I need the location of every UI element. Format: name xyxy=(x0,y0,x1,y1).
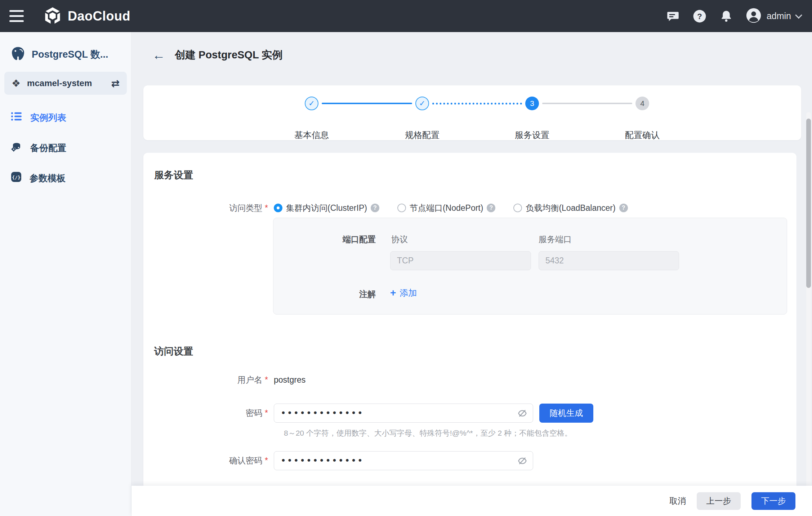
service-port-label: 服务端口 xyxy=(539,234,572,245)
confirm-password-row: 确认密码 * xyxy=(154,451,533,470)
brand-name: DaoCloud xyxy=(68,9,130,24)
help-icon[interactable]: ? xyxy=(619,204,628,212)
radio-unselected-icon[interactable] xyxy=(397,204,406,212)
code-braces-icon: {/} xyxy=(11,172,22,184)
footer-actions: 取消 上一步 下一步 xyxy=(131,486,812,516)
radio-selected-icon[interactable] xyxy=(274,204,282,212)
svg-text:?: ? xyxy=(697,12,702,21)
topbar: DaoCloud ? xyxy=(0,0,812,32)
radio-loadbalancer[interactable]: 负载均衡(LoadBalancer) ? xyxy=(513,203,628,214)
protocol-input[interactable] xyxy=(390,251,531,270)
step-1-circle: ✓ xyxy=(305,97,318,110)
step-4-label: 配置确认 xyxy=(606,129,678,141)
password-label: 密码 xyxy=(246,408,262,419)
password-input[interactable] xyxy=(274,404,533,423)
scrollbar-thumb[interactable] xyxy=(806,119,811,288)
step-1-label: 基本信息 xyxy=(276,129,348,141)
sidebar-app-header: PostgreSQL 数... xyxy=(0,32,131,64)
username-label: 用户名 xyxy=(237,374,262,386)
username-row: 用户名 * postgres xyxy=(154,372,305,388)
eye-off-icon[interactable] xyxy=(517,456,527,466)
main-area: ← 创建 PostgreSQL 实例 ✓ ✓ 3 4 基本信息 规格配置 服务设… xyxy=(131,32,812,516)
user-menu[interactable]: admin xyxy=(746,8,801,25)
username-label: admin xyxy=(767,11,791,21)
postgresql-logo-icon xyxy=(9,45,27,64)
protocol-label: 协议 xyxy=(391,234,408,245)
notifications-bell-icon[interactable] xyxy=(719,9,733,23)
help-icon[interactable]: ? xyxy=(487,204,495,212)
sidebar-item-label: 备份配置 xyxy=(30,142,66,154)
sidebar-item-instance-list[interactable]: 实例列表 xyxy=(0,106,131,129)
sidebar-app-title: PostgreSQL 数... xyxy=(32,48,108,61)
service-settings-heading: 服务设置 xyxy=(154,169,193,182)
cancel-button[interactable]: 取消 xyxy=(669,495,686,507)
back-arrow-icon[interactable]: ← xyxy=(152,49,165,62)
stepper-card: ✓ ✓ 3 4 基本信息 规格配置 服务设置 配置确认 xyxy=(143,85,801,140)
step-2-circle: ✓ xyxy=(415,97,429,110)
step-2-label: 规格配置 xyxy=(386,129,458,141)
form-card: 服务设置 访问类型 * 集群内访问(ClusterIP) ? 节点端口(Node… xyxy=(143,153,797,495)
list-icon xyxy=(11,112,22,123)
chevron-down-icon xyxy=(795,12,802,19)
username-value: postgres xyxy=(274,375,305,385)
next-step-button[interactable]: 下一步 xyxy=(751,492,795,510)
sidebar-item-backup-config[interactable]: 备份配置 xyxy=(0,136,131,160)
namespace-selector[interactable]: ❖ mcamel-system ⇄ xyxy=(4,72,127,95)
access-settings-heading: 访问设置 xyxy=(154,345,193,358)
avatar-icon xyxy=(746,8,762,25)
svg-text:{/}: {/} xyxy=(12,175,20,180)
annotation-label: 注解 xyxy=(273,289,376,300)
radio-nodeport[interactable]: 节点端口(NodePort) ? xyxy=(397,203,495,214)
password-row: 密码 * 随机生成 xyxy=(154,404,593,423)
required-asterisk: * xyxy=(265,203,268,213)
sidebar-item-label: 实例列表 xyxy=(30,112,66,124)
hamburger-menu-icon[interactable] xyxy=(9,8,30,25)
switch-namespace-icon[interactable]: ⇄ xyxy=(111,77,120,89)
radio-clusterip[interactable]: 集群内访问(ClusterIP) ? xyxy=(274,203,379,214)
random-generate-button[interactable]: 随机生成 xyxy=(539,404,593,423)
help-icon[interactable]: ? xyxy=(692,9,707,23)
workspace-icon: ❖ xyxy=(12,77,21,89)
radio-unselected-icon[interactable] xyxy=(513,204,522,212)
stepper-connector-2 xyxy=(432,103,522,104)
sidebar-item-parameter-template[interactable]: {/} 参数模板 xyxy=(0,166,131,190)
port-config-label: 端口配置 xyxy=(273,234,376,245)
service-port-input[interactable] xyxy=(539,251,679,270)
eye-off-icon[interactable] xyxy=(517,408,527,418)
step-3-circle: 3 xyxy=(525,97,539,110)
add-annotation-link[interactable]: + 添加 xyxy=(390,287,417,299)
sidebar-menu: 实例列表 备份配置 {/} 参数模 xyxy=(0,106,131,190)
brand: DaoCloud xyxy=(43,6,130,26)
messages-icon[interactable] xyxy=(666,9,680,23)
sidebar: PostgreSQL 数... ❖ mcamel-system ⇄ 实例列表 xyxy=(0,32,131,516)
page-header: ← 创建 PostgreSQL 实例 xyxy=(131,32,812,62)
previous-step-button[interactable]: 上一步 xyxy=(697,492,741,510)
help-icon[interactable]: ? xyxy=(371,204,379,212)
port-config-panel: 端口配置 协议 服务端口 注解 + 添加 xyxy=(273,218,787,315)
confirm-password-input[interactable] xyxy=(274,451,533,470)
namespace-name: mcamel-system xyxy=(27,78,92,88)
scrollbar-track[interactable] xyxy=(806,112,811,516)
step-4-circle: 4 xyxy=(635,97,649,110)
access-type-label: 访问类型 xyxy=(229,203,262,214)
access-type-row: 访问类型 * 集群内访问(ClusterIP) ? 节点端口(NodePort)… xyxy=(154,201,628,215)
daocloud-logo-icon xyxy=(43,6,62,26)
backup-drive-gear-icon xyxy=(11,141,22,154)
stepper-connector-3 xyxy=(542,103,632,104)
plus-icon: + xyxy=(390,288,396,298)
sidebar-item-label: 参数模板 xyxy=(30,172,66,184)
access-type-radio-group: 集群内访问(ClusterIP) ? 节点端口(NodePort) ? 负载均衡… xyxy=(274,203,628,214)
confirm-password-label: 确认密码 xyxy=(229,455,262,466)
password-hint: 8～20 个字符，使用数字、大小写字母、特殊符号!@%^*，至少 2 种；不能包… xyxy=(284,428,572,438)
step-3-label: 服务设置 xyxy=(496,129,568,141)
stepper-connector-1 xyxy=(322,103,412,104)
page-title: 创建 PostgreSQL 实例 xyxy=(175,48,282,62)
